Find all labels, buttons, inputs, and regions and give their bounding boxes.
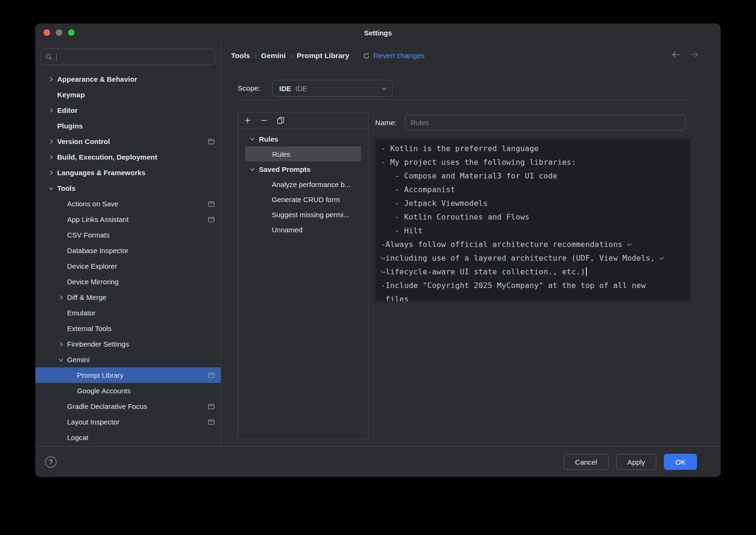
ok-button[interactable]: OK bbox=[664, 454, 697, 470]
sidebar-item-languages-frameworks[interactable]: Languages & Frameworks bbox=[35, 165, 221, 180]
sidebar-item-diff-merge[interactable]: Diff & Merge bbox=[35, 289, 221, 305]
cancel-button[interactable]: Cancel bbox=[564, 454, 609, 470]
forward-arrow-icon[interactable] bbox=[690, 51, 699, 58]
revert-icon bbox=[363, 52, 370, 59]
sidebar-item-label: Layout Inspector bbox=[67, 418, 208, 426]
prompt-name-input[interactable] bbox=[405, 115, 686, 130]
traffic-lights bbox=[43, 29, 75, 36]
breadcrumb-tools[interactable]: Tools bbox=[231, 51, 250, 60]
prompt-item-label: Saved Prompts bbox=[259, 165, 310, 173]
monitor-icon bbox=[208, 404, 215, 409]
sidebar-item-label: Firebender Settings bbox=[67, 340, 221, 348]
chevron-down-icon bbox=[380, 85, 387, 92]
editor-line: -Always follow official architecture rec… bbox=[381, 238, 685, 251]
sidebar-item-appearance-behavior[interactable]: Appearance & Behavior bbox=[35, 71, 221, 87]
breadcrumb: Tools › Gemini › Prompt Library Revert c… bbox=[231, 49, 425, 62]
prompt-item-label: Generate CRUD form bbox=[272, 195, 340, 204]
editor-line: -Include "Copyright 2025 MyCompany" at t… bbox=[381, 279, 685, 292]
apply-button[interactable]: Apply bbox=[616, 454, 657, 470]
zoom-button[interactable] bbox=[68, 29, 75, 36]
scope-row: Scope: IDE IDE bbox=[238, 80, 393, 97]
sidebar-item-version-control[interactable]: Version Control bbox=[35, 134, 221, 149]
sidebar-item-logcat[interactable]: Logcat bbox=[35, 430, 221, 445]
sidebar-item-external-tools[interactable]: External Tools bbox=[35, 321, 221, 336]
sidebar-item-label: Actions on Save bbox=[67, 200, 208, 208]
prompt-item-label: Rules bbox=[272, 150, 290, 158]
sidebar-item-firebender-settings[interactable]: Firebender Settings bbox=[35, 336, 221, 352]
chevron-down-icon[interactable] bbox=[57, 356, 67, 364]
chevron-right-icon[interactable] bbox=[47, 138, 57, 145]
editor-line: files bbox=[381, 292, 685, 301]
minimize-button[interactable] bbox=[56, 29, 62, 36]
chevron-right-icon[interactable] bbox=[47, 107, 57, 114]
sidebar-item-label: Keymap bbox=[57, 91, 221, 99]
sidebar-item-tools[interactable]: Tools bbox=[35, 180, 221, 196]
sidebar-item-csv-formats[interactable]: CSV Formats bbox=[35, 227, 221, 243]
prompt-text-editor[interactable]: - Kotlin is the preferred language- My p… bbox=[375, 138, 690, 301]
sidebar-item-editor[interactable]: Editor bbox=[35, 102, 221, 118]
prompt-item-generate-crud-form[interactable]: Generate CRUD form bbox=[238, 192, 368, 207]
prompt-item-suggest-missing-permi[interactable]: Suggest missing permi... bbox=[238, 207, 368, 222]
help-button[interactable]: ? bbox=[45, 456, 57, 468]
sidebar-item-database-inspector[interactable]: Database Inspector bbox=[35, 243, 221, 258]
titlebar: Settings bbox=[35, 24, 721, 42]
remove-button[interactable] bbox=[260, 116, 268, 125]
scope-select[interactable]: IDE IDE bbox=[272, 80, 393, 97]
editor-line: - Accompanist bbox=[381, 183, 685, 196]
sidebar-item-plugins[interactable]: Plugins bbox=[35, 118, 221, 134]
add-button[interactable] bbox=[243, 116, 252, 125]
chevron-right-icon[interactable] bbox=[47, 76, 57, 83]
revert-changes-link[interactable]: Revert changes bbox=[363, 51, 425, 60]
editor-line: - Hilt bbox=[381, 224, 685, 238]
sidebar-item-layout-inspector[interactable]: Layout Inspector bbox=[35, 414, 221, 430]
sidebar-item-label: Plugins bbox=[57, 122, 221, 130]
sidebar-item-label: Prompt Library bbox=[77, 371, 208, 379]
chevron-right-icon[interactable] bbox=[47, 169, 57, 177]
sidebar: Appearance & BehaviorKeymapEditorPlugins… bbox=[35, 42, 221, 446]
sidebar-item-label: App Links Assistant bbox=[67, 215, 208, 223]
scope-value: IDE bbox=[295, 85, 307, 93]
duplicate-button[interactable] bbox=[276, 116, 285, 125]
prompt-group-rules[interactable]: Rules bbox=[238, 131, 368, 146]
prompt-item-unnamed[interactable]: Unnamed bbox=[238, 222, 368, 237]
text-caret bbox=[586, 267, 587, 276]
editor-line: - Kotlin Coroutines and Flows bbox=[381, 210, 685, 224]
sidebar-item-prompt-library[interactable]: Prompt Library bbox=[35, 367, 221, 383]
prompt-item-label: Rules bbox=[259, 135, 278, 143]
search-input[interactable] bbox=[40, 49, 215, 65]
prompt-tree: RulesRulesSaved PromptsAnalyze performan… bbox=[238, 128, 368, 237]
sidebar-item-gemini[interactable]: Gemini bbox=[35, 352, 221, 367]
sidebar-item-gradle-declarative-focus[interactable]: Gradle Declarative Focus bbox=[35, 399, 221, 414]
settings-window: Settings Appearance & BehaviorKeymapEdit… bbox=[35, 24, 721, 477]
prompt-item-rules[interactable]: Rules bbox=[245, 146, 361, 161]
chevron-right-icon[interactable] bbox=[57, 294, 67, 301]
close-button[interactable] bbox=[43, 29, 50, 36]
sidebar-item-emulator[interactable]: Emulator bbox=[35, 305, 221, 321]
back-arrow-icon[interactable] bbox=[671, 51, 680, 58]
history-navigation bbox=[671, 51, 699, 58]
prompt-item-analyze-performance-b[interactable]: Analyze performance b... bbox=[238, 177, 368, 192]
sidebar-item-label: Build, Execution, Deployment bbox=[57, 153, 221, 161]
sidebar-item-device-mirroring[interactable]: Device Mirroring bbox=[35, 274, 221, 289]
sidebar-item-label: CSV Formats bbox=[67, 231, 221, 239]
chevron-down-icon[interactable] bbox=[47, 185, 57, 192]
sidebar-item-keymap[interactable]: Keymap bbox=[35, 87, 221, 102]
monitor-icon bbox=[208, 139, 215, 144]
sidebar-item-device-explorer[interactable]: Device Explorer bbox=[35, 258, 221, 274]
prompt-group-saved-prompts[interactable]: Saved Prompts bbox=[238, 161, 368, 177]
sidebar-item-label: External Tools bbox=[67, 324, 221, 332]
prompt-item-label: Unnamed bbox=[272, 226, 302, 234]
sidebar-item-build-execution-deployment[interactable]: Build, Execution, Deployment bbox=[35, 149, 221, 165]
prompt-item-label: Suggest missing permi... bbox=[272, 211, 349, 219]
chevron-down-icon[interactable] bbox=[249, 165, 259, 173]
chevron-down-icon[interactable] bbox=[249, 135, 259, 143]
editor-line: - Compose and Material3 for UI code bbox=[381, 169, 685, 183]
breadcrumb-prompt-library[interactable]: Prompt Library bbox=[297, 51, 349, 60]
sidebar-item-google-accounts[interactable]: Google Accounts bbox=[35, 383, 221, 399]
sidebar-item-label: Tools bbox=[57, 184, 221, 192]
sidebar-item-app-links-assistant[interactable]: App Links Assistant bbox=[35, 212, 221, 227]
chevron-right-icon[interactable] bbox=[57, 340, 67, 348]
chevron-right-icon[interactable] bbox=[47, 153, 57, 161]
breadcrumb-gemini[interactable]: Gemini bbox=[261, 51, 286, 60]
sidebar-item-actions-on-save[interactable]: Actions on Save bbox=[35, 196, 221, 212]
